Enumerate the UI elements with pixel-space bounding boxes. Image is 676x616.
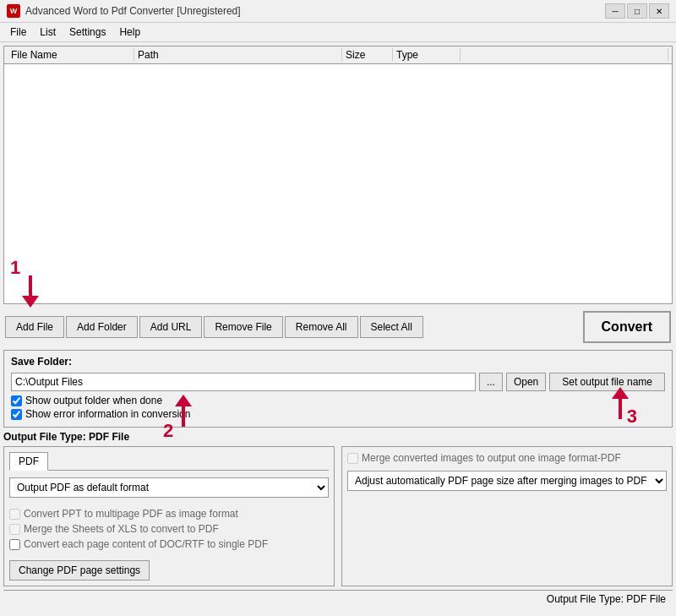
col-extra [461, 48, 668, 62]
menu-bar: File List Settings Help [0, 23, 676, 42]
output-right-panel: Merge converted images to output one ima… [341, 446, 673, 586]
save-folder-title: Save Folder: [11, 356, 665, 368]
minimize-button[interactable]: ─ [605, 3, 625, 19]
tab-pdf[interactable]: PDF [9, 452, 48, 471]
save-folder-row: ... Open Set output file name 2 [11, 373, 665, 391]
file-list-header: File Name Path Size Type [4, 46, 672, 64]
browse-button[interactable]: ... [479, 373, 503, 391]
open-button[interactable]: Open [506, 373, 546, 391]
add-file-button[interactable]: Add File [5, 316, 64, 338]
window-title: Advanced Word to Pdf Converter [Unregist… [25, 5, 241, 17]
show-error-info-label: Show error information in conversion [25, 408, 190, 420]
merge-xls-label: Merge the Sheets of XLS to convert to PD… [24, 523, 219, 535]
toolbar: Add File Add Folder Add URL Remove File … [3, 308, 673, 346]
status-bar: Output File Type: PDF File [3, 590, 673, 608]
convert-ppt-checkbox [9, 509, 20, 520]
tab-bar: PDF [9, 452, 329, 471]
output-section-wrapper: Output File Type: PDF File 3 PDF Output … [3, 431, 673, 586]
convert-ppt-label: Convert PPT to multipage PDF as image fo… [24, 508, 238, 520]
show-error-info-row: Show error information in conversion [11, 408, 665, 420]
menu-help[interactable]: Help [112, 25, 147, 40]
adjust-select[interactable]: Adjust automatically PDF page size after… [347, 471, 667, 491]
path-input[interactable] [11, 373, 476, 391]
output-section: PDF Output PDF as default format Output … [3, 446, 673, 586]
maximize-button[interactable]: □ [627, 3, 647, 19]
convert-doc-label: Convert each page content of DOC/RTF to … [24, 538, 268, 550]
save-folder-section: Save Folder: ... Open Set output file na… [3, 350, 673, 428]
merge-check-row: Merge converted images to output one ima… [347, 452, 667, 464]
show-output-folder-checkbox[interactable] [11, 395, 22, 406]
menu-settings[interactable]: Settings [63, 25, 112, 40]
toolbar-wrapper: 1 Add File Add Folder Add URL Remove Fil… [3, 308, 673, 346]
show-output-folder-label: Show output folder when done [25, 395, 162, 406]
option-convert-doc: Convert each page content of DOC/RTF to … [9, 538, 329, 550]
col-filename: File Name [8, 48, 134, 62]
output-file-type-title: Output File Type: PDF File [3, 431, 673, 443]
select-all-button[interactable]: Select All [360, 316, 423, 338]
annotation-3-arrow [612, 387, 629, 419]
show-output-folder-row: Show output folder when done [11, 395, 665, 406]
menu-list[interactable]: List [33, 25, 63, 40]
remove-all-button[interactable]: Remove All [285, 316, 358, 338]
annotation-2-arrow [175, 395, 192, 427]
remove-file-button[interactable]: Remove File [204, 316, 282, 338]
merge-images-checkbox [347, 453, 358, 464]
annotation-1-arrow [22, 275, 39, 308]
file-list-container: File Name Path Size Type [3, 46, 673, 304]
set-output-button[interactable]: Set output file name [549, 373, 665, 391]
close-button[interactable]: ✕ [649, 3, 669, 19]
add-folder-button[interactable]: Add Folder [66, 316, 138, 338]
annotation-2: 2 [163, 420, 173, 442]
change-pdf-settings-button[interactable]: Change PDF page settings [9, 560, 150, 581]
title-bar: W Advanced Word to Pdf Converter [Unregi… [0, 0, 676, 23]
convert-doc-checkbox[interactable] [9, 539, 20, 550]
merge-xls-checkbox [9, 524, 20, 535]
window-controls: ─ □ ✕ [605, 3, 669, 19]
status-text: Output File Type: PDF File [547, 593, 666, 605]
add-url-button[interactable]: Add URL [139, 316, 203, 338]
col-path: Path [134, 48, 342, 62]
format-select[interactable]: Output PDF as default format Output PDF/… [9, 477, 329, 498]
col-size: Size [342, 48, 393, 62]
menu-file[interactable]: File [3, 25, 33, 40]
col-type: Type [393, 48, 461, 62]
option-convert-ppt: Convert PPT to multipage PDF as image fo… [9, 508, 329, 520]
option-merge-xls: Merge the Sheets of XLS to convert to PD… [9, 523, 329, 535]
convert-button[interactable]: Convert [583, 311, 671, 343]
merge-images-label: Merge converted images to output one ima… [362, 452, 621, 464]
main-window: File Name Path Size Type 1 Add File Add … [0, 42, 676, 611]
file-list-body [4, 64, 672, 303]
app-icon: W [7, 4, 20, 18]
output-left-panel: PDF Output PDF as default format Output … [3, 446, 335, 586]
annotation-1: 1 [10, 257, 20, 279]
show-error-info-checkbox[interactable] [11, 409, 22, 420]
